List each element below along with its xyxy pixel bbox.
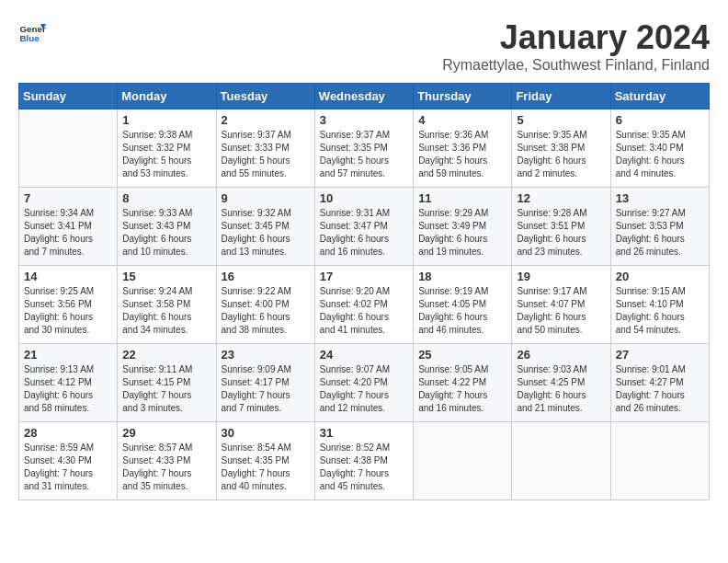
calendar-cell: 15Sunrise: 9:24 AM Sunset: 3:58 PM Dayli… [118, 266, 216, 344]
calendar-cell: 4Sunrise: 9:36 AM Sunset: 3:36 PM Daylig… [414, 109, 512, 188]
calendar-cell: 3Sunrise: 9:37 AM Sunset: 3:35 PM Daylig… [314, 109, 413, 188]
day-number: 23 [222, 348, 310, 362]
day-info: Sunrise: 8:57 AM Sunset: 4:33 PM Dayligh… [122, 442, 210, 493]
day-info: Sunrise: 9:28 AM Sunset: 3:51 PM Dayligh… [517, 207, 605, 259]
weekday-header-cell: Tuesday [216, 84, 314, 109]
day-info: Sunrise: 9:11 AM Sunset: 4:15 PM Dayligh… [122, 363, 210, 415]
day-info: Sunrise: 9:37 AM Sunset: 3:35 PM Dayligh… [320, 129, 408, 180]
day-number: 25 [418, 348, 506, 362]
day-number: 1 [122, 113, 210, 127]
calendar-cell: 12Sunrise: 9:28 AM Sunset: 3:51 PM Dayli… [512, 188, 610, 266]
day-number: 14 [24, 270, 112, 283]
day-info: Sunrise: 9:29 AM Sunset: 3:49 PM Dayligh… [418, 207, 506, 259]
calendar-table: SundayMondayTuesdayWednesdayThursdayFrid… [18, 83, 710, 500]
day-info: Sunrise: 9:15 AM Sunset: 4:10 PM Dayligh… [616, 285, 704, 337]
calendar-cell: 6Sunrise: 9:35 AM Sunset: 3:40 PM Daylig… [610, 109, 709, 188]
calendar-cell: 16Sunrise: 9:22 AM Sunset: 4:00 PM Dayli… [216, 266, 314, 344]
day-info: Sunrise: 9:34 AM Sunset: 3:41 PM Dayligh… [24, 207, 112, 259]
day-number: 27 [616, 348, 704, 362]
day-info: Sunrise: 9:20 AM Sunset: 4:02 PM Dayligh… [320, 285, 408, 337]
day-number: 28 [24, 426, 112, 440]
day-number: 10 [320, 191, 408, 205]
calendar-cell: 8Sunrise: 9:33 AM Sunset: 3:43 PM Daylig… [118, 188, 216, 266]
day-number: 15 [122, 270, 210, 283]
calendar-cell: 31Sunrise: 8:52 AM Sunset: 4:38 PM Dayli… [314, 422, 413, 500]
calendar-cell [414, 422, 512, 500]
day-info: Sunrise: 9:13 AM Sunset: 4:12 PM Dayligh… [24, 363, 112, 415]
day-info: Sunrise: 9:17 AM Sunset: 4:07 PM Dayligh… [517, 285, 605, 337]
day-info: Sunrise: 8:59 AM Sunset: 4:30 PM Dayligh… [24, 442, 112, 493]
day-number: 22 [122, 348, 210, 362]
calendar-cell [512, 422, 610, 500]
day-info: Sunrise: 9:01 AM Sunset: 4:27 PM Dayligh… [616, 363, 704, 415]
calendar-cell: 29Sunrise: 8:57 AM Sunset: 4:33 PM Dayli… [118, 422, 216, 500]
day-number: 2 [222, 113, 310, 127]
day-number: 4 [418, 113, 506, 127]
day-number: 6 [616, 113, 704, 127]
day-number: 24 [320, 348, 408, 362]
day-info: Sunrise: 9:35 AM Sunset: 3:38 PM Dayligh… [517, 129, 605, 180]
day-info: Sunrise: 9:09 AM Sunset: 4:17 PM Dayligh… [222, 363, 310, 415]
day-info: Sunrise: 9:24 AM Sunset: 3:58 PM Dayligh… [122, 285, 210, 337]
day-info: Sunrise: 8:54 AM Sunset: 4:35 PM Dayligh… [222, 442, 310, 493]
day-info: Sunrise: 9:07 AM Sunset: 4:20 PM Dayligh… [320, 363, 408, 415]
day-number: 9 [222, 191, 310, 205]
day-info: Sunrise: 9:31 AM Sunset: 3:47 PM Dayligh… [320, 207, 408, 259]
calendar-week-row: 28Sunrise: 8:59 AM Sunset: 4:30 PM Dayli… [19, 422, 710, 500]
day-number: 29 [122, 426, 210, 440]
calendar-cell: 30Sunrise: 8:54 AM Sunset: 4:35 PM Dayli… [216, 422, 314, 500]
calendar-cell: 9Sunrise: 9:32 AM Sunset: 3:45 PM Daylig… [216, 188, 314, 266]
day-info: Sunrise: 9:32 AM Sunset: 3:45 PM Dayligh… [222, 207, 310, 259]
calendar-cell: 7Sunrise: 9:34 AM Sunset: 3:41 PM Daylig… [19, 188, 118, 266]
day-number: 11 [418, 191, 506, 205]
calendar-cell: 25Sunrise: 9:05 AM Sunset: 4:22 PM Dayli… [414, 344, 512, 422]
weekday-header-cell: Thursday [414, 84, 512, 109]
day-info: Sunrise: 9:33 AM Sunset: 3:43 PM Dayligh… [122, 207, 210, 259]
calendar-cell: 1Sunrise: 9:38 AM Sunset: 3:32 PM Daylig… [118, 109, 216, 188]
day-number: 19 [517, 270, 605, 283]
calendar-cell [610, 422, 709, 500]
svg-text:Blue: Blue [20, 33, 40, 43]
calendar-cell: 2Sunrise: 9:37 AM Sunset: 3:33 PM Daylig… [216, 109, 314, 188]
calendar-cell: 21Sunrise: 9:13 AM Sunset: 4:12 PM Dayli… [19, 344, 118, 422]
day-number: 7 [24, 191, 112, 205]
day-number: 8 [122, 191, 210, 205]
day-number: 18 [418, 270, 506, 283]
day-info: Sunrise: 8:52 AM Sunset: 4:38 PM Dayligh… [320, 442, 408, 493]
title-section: January 2024 Rymaettylae, Southwest Finl… [442, 18, 710, 74]
day-info: Sunrise: 9:38 AM Sunset: 3:32 PM Dayligh… [122, 129, 210, 180]
calendar-cell: 20Sunrise: 9:15 AM Sunset: 4:10 PM Dayli… [610, 266, 709, 344]
month-title: January 2024 [442, 18, 710, 57]
weekday-header-row: SundayMondayTuesdayWednesdayThursdayFrid… [19, 84, 710, 109]
weekday-header-cell: Monday [118, 84, 216, 109]
day-number: 31 [320, 426, 408, 440]
day-number: 30 [222, 426, 310, 440]
weekday-header-cell: Sunday [19, 84, 118, 109]
day-number: 16 [222, 270, 310, 283]
calendar-cell: 14Sunrise: 9:25 AM Sunset: 3:56 PM Dayli… [19, 266, 118, 344]
day-info: Sunrise: 9:36 AM Sunset: 3:36 PM Dayligh… [418, 129, 506, 180]
day-info: Sunrise: 9:25 AM Sunset: 3:56 PM Dayligh… [24, 285, 112, 337]
calendar-cell: 26Sunrise: 9:03 AM Sunset: 4:25 PM Dayli… [512, 344, 610, 422]
calendar-week-row: 7Sunrise: 9:34 AM Sunset: 3:41 PM Daylig… [19, 188, 710, 266]
calendar-cell: 27Sunrise: 9:01 AM Sunset: 4:27 PM Dayli… [610, 344, 709, 422]
day-number: 21 [24, 348, 112, 362]
day-info: Sunrise: 9:22 AM Sunset: 4:00 PM Dayligh… [222, 285, 310, 337]
day-number: 13 [616, 191, 704, 205]
day-info: Sunrise: 9:35 AM Sunset: 3:40 PM Dayligh… [616, 129, 704, 180]
calendar-week-row: 14Sunrise: 9:25 AM Sunset: 3:56 PM Dayli… [19, 266, 710, 344]
weekday-header-cell: Friday [512, 84, 610, 109]
calendar-cell: 10Sunrise: 9:31 AM Sunset: 3:47 PM Dayli… [314, 188, 413, 266]
location-title: Rymaettylae, Southwest Finland, Finland [442, 57, 710, 74]
day-number: 26 [517, 348, 605, 362]
weekday-header-cell: Wednesday [314, 84, 413, 109]
day-number: 5 [517, 113, 605, 127]
calendar-cell: 11Sunrise: 9:29 AM Sunset: 3:49 PM Dayli… [414, 188, 512, 266]
day-number: 3 [320, 113, 408, 127]
calendar-cell: 28Sunrise: 8:59 AM Sunset: 4:30 PM Dayli… [19, 422, 118, 500]
weekday-header-cell: Saturday [610, 84, 709, 109]
calendar-cell: 5Sunrise: 9:35 AM Sunset: 3:38 PM Daylig… [512, 109, 610, 188]
day-number: 17 [320, 270, 408, 283]
calendar-cell: 13Sunrise: 9:27 AM Sunset: 3:53 PM Dayli… [610, 188, 709, 266]
day-info: Sunrise: 9:03 AM Sunset: 4:25 PM Dayligh… [517, 363, 605, 415]
